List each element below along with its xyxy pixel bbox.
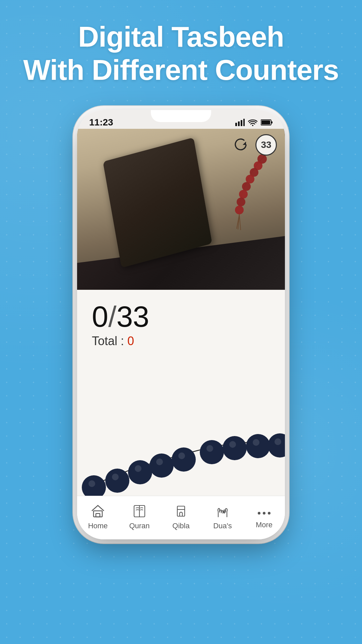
svg-point-26 (223, 436, 247, 460)
svg-point-45 (263, 512, 265, 515)
nav-label-quran: Quran (129, 522, 149, 530)
svg-point-15 (235, 206, 244, 214)
total-label: Total : (92, 334, 127, 348)
svg-point-33 (178, 452, 185, 459)
count-slash: / (108, 300, 116, 333)
svg-rect-1 (238, 121, 240, 126)
hero-image: 33 (77, 129, 285, 290)
svg-rect-2 (241, 120, 242, 126)
phone-screen: 11:23 (77, 110, 285, 539)
app-header: Digital Tasbeeh With Different Counters (0, 0, 362, 100)
svg-point-13 (239, 190, 248, 199)
svg-point-44 (258, 512, 260, 515)
qibla-icon (175, 505, 187, 520)
status-icons (235, 119, 273, 126)
more-icon (257, 506, 271, 519)
nav-label-home: Home (88, 522, 108, 530)
beads-area[interactable] (77, 355, 285, 496)
count-total: 33 (116, 300, 149, 333)
svg-rect-39 (96, 514, 100, 517)
quran-icon (133, 505, 146, 520)
svg-rect-3 (243, 119, 245, 126)
svg-point-29 (88, 480, 95, 487)
svg-point-27 (246, 434, 270, 458)
svg-point-4 (252, 125, 253, 126)
svg-point-37 (275, 438, 281, 445)
svg-point-14 (237, 198, 245, 206)
nav-item-home[interactable]: Home (77, 501, 119, 534)
current-count: 0 (92, 300, 108, 333)
svg-point-35 (229, 441, 236, 448)
svg-point-46 (268, 512, 270, 515)
svg-point-24 (172, 447, 196, 472)
nav-item-more[interactable]: More (243, 502, 285, 533)
svg-point-36 (253, 439, 259, 446)
svg-point-23 (149, 453, 174, 478)
svg-point-32 (156, 459, 163, 465)
svg-point-25 (200, 440, 224, 464)
reset-button[interactable] (231, 136, 250, 154)
nav-item-duas[interactable]: Dua's (202, 501, 243, 534)
svg-point-30 (112, 474, 119, 480)
home-icon (91, 505, 105, 520)
nav-item-qibla[interactable]: Qibla (160, 501, 202, 534)
count-display: 0/33 (92, 302, 270, 331)
nav-label-qibla: Qibla (172, 522, 189, 530)
svg-point-11 (246, 175, 254, 183)
nav-label-more: More (256, 521, 273, 529)
svg-point-28 (268, 433, 285, 458)
top-controls: 33 (231, 134, 277, 156)
phone-notch (151, 110, 211, 122)
svg-rect-6 (271, 121, 273, 123)
wifi-icon (248, 119, 257, 126)
svg-marker-19 (243, 142, 246, 145)
svg-rect-7 (261, 120, 270, 124)
svg-rect-42 (177, 506, 185, 516)
status-time: 11:23 (89, 117, 113, 128)
svg-point-34 (206, 445, 213, 452)
battery-icon (261, 119, 273, 126)
nav-label-duas: Dua's (213, 522, 232, 530)
bottom-nav: Home Quran (77, 496, 285, 539)
svg-point-21 (105, 469, 129, 493)
header-title: Digital Tasbeeh With Different Counters (20, 20, 342, 87)
total-line: Total : 0 (92, 334, 270, 348)
nav-item-quran[interactable]: Quran (119, 501, 160, 534)
tasbeeh-beads (77, 355, 285, 496)
counter-section: 0/33 Total : 0 (77, 290, 285, 355)
svg-point-31 (135, 465, 141, 472)
svg-point-22 (128, 460, 152, 484)
duas-icon (216, 505, 230, 520)
total-value: 0 (127, 334, 134, 348)
svg-rect-0 (235, 123, 237, 126)
svg-line-17 (239, 214, 241, 230)
signal-icon (235, 119, 245, 126)
counter-badge[interactable]: 33 (255, 134, 277, 156)
phone-mockup: 11:23 (0, 110, 362, 539)
beads-on-stand-svg (211, 149, 278, 243)
svg-point-12 (242, 182, 251, 191)
